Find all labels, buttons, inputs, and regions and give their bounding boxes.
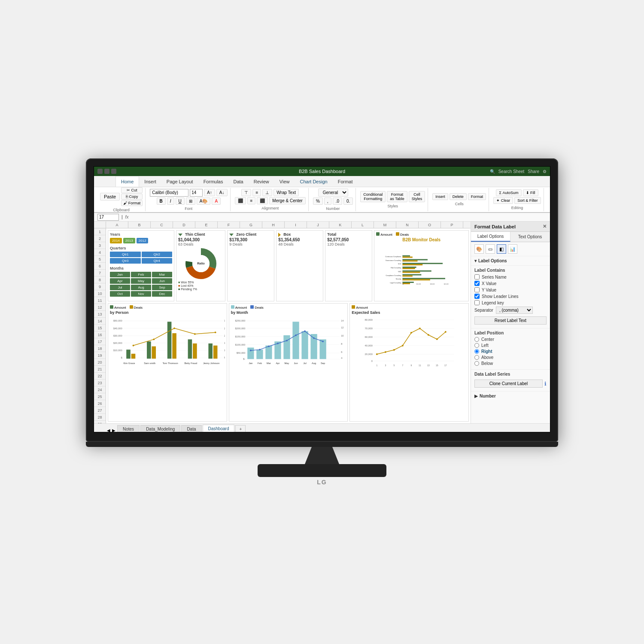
format-painter-btn[interactable]: 🖌 Format xyxy=(121,200,143,206)
month-aug-btn[interactable]: Aug xyxy=(131,285,151,290)
decimal-increase-btn[interactable]: .0 xyxy=(333,197,342,205)
reset-label-text-btn[interactable]: Reset Label Text xyxy=(474,316,547,325)
tab-label-options[interactable]: Label Options xyxy=(471,232,510,242)
font-decrease-btn[interactable]: A↓ xyxy=(216,189,228,196)
insert-cells-btn[interactable]: Insert xyxy=(432,193,448,200)
qtr3-btn[interactable]: Qtr3 xyxy=(110,258,141,264)
cell-styles-btn[interactable]: CellStyles xyxy=(409,191,425,202)
font-name-input[interactable] xyxy=(150,189,188,197)
month-sep-btn[interactable]: Sep xyxy=(152,285,172,290)
below-radio[interactable] xyxy=(474,361,479,366)
legend-key-checkbox[interactable] xyxy=(474,300,480,305)
format-as-table-btn[interactable]: Formatas Table xyxy=(387,191,407,202)
sheet-nav-left-icon[interactable]: ◀ xyxy=(107,428,110,432)
align-right-btn[interactable]: ⬛ xyxy=(257,197,268,204)
separator-select[interactable]: , (comma) . (period) ; (semicolon) xyxy=(496,307,533,314)
bar-chart-icon-btn[interactable]: 📊 xyxy=(508,244,517,254)
paste-btn[interactable]: Paste xyxy=(100,193,120,200)
close-btn[interactable] xyxy=(111,169,116,174)
pct-btn[interactable]: % xyxy=(313,197,323,205)
fill-btn[interactable]: ⬇ Fill xyxy=(523,189,538,196)
qtr2-btn[interactable]: Qtr2 xyxy=(142,252,173,257)
conditional-formatting-btn[interactable]: ConditionalFormatting xyxy=(360,191,386,202)
italic-btn[interactable]: I xyxy=(167,197,174,205)
tab-chart-design[interactable]: Chart Design xyxy=(295,176,332,187)
font-increase-btn[interactable]: A↑ xyxy=(204,189,215,196)
merge-center-btn[interactable]: Merge & Center xyxy=(269,197,306,204)
share-label[interactable]: Share xyxy=(528,169,539,174)
tab-review[interactable]: Review xyxy=(249,176,274,187)
center-radio[interactable] xyxy=(474,337,479,342)
sheet-tab-data-modeling[interactable]: Data_Modeling xyxy=(140,425,180,432)
sort-filter-btn[interactable]: Sort & Filter xyxy=(514,197,541,204)
decimal-decrease-btn[interactable]: 0. xyxy=(343,197,353,205)
copy-btn[interactable]: ⎘ Copy xyxy=(121,194,143,200)
month-apr-btn[interactable]: Apr xyxy=(110,278,130,284)
qtr4-btn[interactable]: Qtr4 xyxy=(142,258,173,264)
sheet-tab-dashboard[interactable]: Dashboard xyxy=(203,425,235,432)
year-2014-btn[interactable]: 2014 xyxy=(110,238,122,243)
month-jun-btn[interactable]: Jun xyxy=(152,278,172,284)
tab-page-layout[interactable]: Page Layout xyxy=(161,176,198,187)
underline-btn[interactable]: U xyxy=(176,197,185,205)
close-panel-icon[interactable]: ✕ xyxy=(543,224,547,229)
comma-btn[interactable]: , xyxy=(324,197,331,205)
number-section[interactable]: ▶ Number xyxy=(471,392,550,401)
autosum-btn[interactable]: Σ AutoSum xyxy=(496,189,521,196)
size-properties-icon-btn[interactable]: ◧ xyxy=(497,244,506,254)
tab-formulas[interactable]: Formulas xyxy=(198,176,228,187)
x-value-checkbox[interactable] xyxy=(474,281,480,286)
number-format-select[interactable]: General xyxy=(318,188,348,197)
delete-cells-btn[interactable]: Delete xyxy=(450,193,467,200)
left-radio[interactable] xyxy=(474,343,479,348)
month-mar-btn[interactable]: Mar xyxy=(152,272,172,277)
month-jul-btn[interactable]: Jul xyxy=(110,285,130,290)
tab-view[interactable]: View xyxy=(274,176,295,187)
font-size-input[interactable] xyxy=(190,189,203,197)
cell-reference-input[interactable] xyxy=(97,214,119,221)
tab-insert[interactable]: Insert xyxy=(139,176,161,187)
month-nov-btn[interactable]: Nov xyxy=(131,291,151,297)
fill-color-btn[interactable]: A🎨 xyxy=(197,197,211,205)
maximize-btn[interactable] xyxy=(104,169,109,174)
month-jan-btn[interactable]: Jan xyxy=(110,272,130,277)
clone-current-label-btn[interactable]: Clone Current Label xyxy=(474,380,543,388)
month-dec-btn[interactable]: Dec xyxy=(152,291,172,297)
align-left-btn[interactable]: ⬛ xyxy=(235,197,246,204)
align-center-btn[interactable]: ≡ xyxy=(247,197,256,204)
clear-btn[interactable]: ✦ Clear xyxy=(493,197,513,204)
qtr1-btn[interactable]: Qtr1 xyxy=(110,252,141,257)
sheet-nav-right-icon[interactable]: ▶ xyxy=(112,428,115,432)
label-options-section-title[interactable]: ▾ Label Options xyxy=(474,258,547,263)
series-name-checkbox[interactable] xyxy=(474,274,480,279)
minimize-btn[interactable] xyxy=(97,169,103,174)
month-feb-btn[interactable]: Feb xyxy=(131,272,151,277)
y-value-checkbox[interactable] xyxy=(474,287,480,292)
sheet-tab-add[interactable]: + xyxy=(235,425,246,432)
sheet-tab-notes[interactable]: Notes xyxy=(117,425,140,432)
bold-btn[interactable]: B xyxy=(157,197,166,205)
month-oct-btn[interactable]: Oct xyxy=(110,291,130,297)
align-bottom-btn[interactable]: ⊥ xyxy=(262,189,272,196)
fill-effects-icon-btn[interactable]: 🎨 xyxy=(474,244,484,254)
format-cells-btn[interactable]: Format xyxy=(468,193,486,200)
tab-text-options[interactable]: Text Options xyxy=(510,232,550,242)
search-label[interactable]: Search Sheet xyxy=(498,169,525,174)
border-effects-icon-btn[interactable]: ▭ xyxy=(486,244,495,254)
right-radio[interactable] xyxy=(474,349,479,354)
align-middle-btn[interactable]: ≡ xyxy=(252,189,261,196)
show-leader-lines-checkbox[interactable] xyxy=(474,294,480,299)
tab-home[interactable]: Home xyxy=(115,176,139,187)
tab-data[interactable]: Data xyxy=(228,176,248,187)
month-may-btn[interactable]: May xyxy=(131,278,151,284)
year-2012-btn[interactable]: 2012 xyxy=(137,238,149,243)
wrap-text-btn[interactable]: Wrap Text xyxy=(273,189,299,196)
year-2013-btn[interactable]: 2013 xyxy=(123,238,135,243)
above-radio[interactable] xyxy=(474,355,479,360)
align-top-btn[interactable]: ⊤ xyxy=(241,189,251,196)
cut-btn[interactable]: ✂ Cut xyxy=(121,187,143,193)
border-btn[interactable]: ⊞ xyxy=(186,197,195,205)
sheet-tab-data[interactable]: Data xyxy=(181,425,201,432)
tab-format[interactable]: Format xyxy=(333,176,358,187)
font-color-btn[interactable]: A xyxy=(212,197,221,205)
